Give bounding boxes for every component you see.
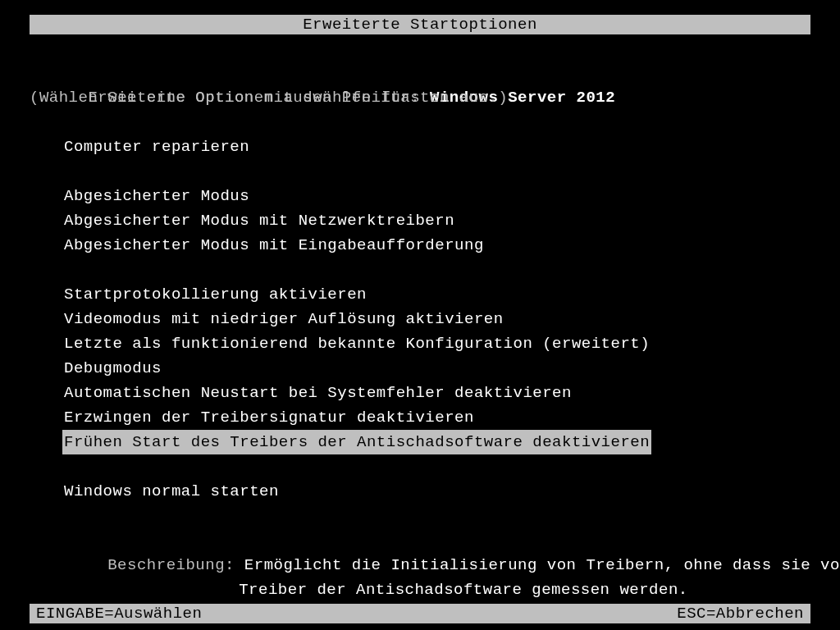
opt-repair-computer[interactable]: Computer reparieren [62, 135, 251, 159]
description-text-2: Treiber der Antischadsoftware gemessen w… [239, 581, 688, 599]
options-list: Computer reparieren Abgesicherter Modus … [30, 135, 810, 504]
gap [30, 454, 810, 479]
footer-bar: EINGABE=Auswählen ESC=Abbrechen [30, 604, 810, 623]
opt-disable-auto-restart[interactable]: Automatischen Neustart bei Systemfehler … [62, 381, 573, 405]
opt-boot-logging[interactable]: Startprotokollierung aktivieren [62, 282, 368, 307]
boot-menu-screen: Erweiterte Startoptionen Erweiterte Opti… [0, 0, 840, 630]
description-text-1: Ermöglicht die Initialisierung von Treib… [244, 556, 840, 574]
opt-disable-driver-sig[interactable]: Erzwingen der Treibersignatur deaktivier… [62, 405, 476, 430]
title-bar: Erweiterte Startoptionen [30, 15, 810, 34]
opt-safe-mode-networking[interactable]: Abgesicherter Modus mit Netzwerktreibern [62, 208, 456, 233]
opt-low-res-video[interactable]: Videomodus mit niedriger Auflösung aktiv… [62, 307, 505, 331]
opt-start-normally[interactable]: Windows normal starten [62, 479, 281, 504]
description-label: Beschreibung: [107, 556, 244, 574]
gap [30, 159, 810, 184]
header-prompt: Erweiterte Optionen auswählen für: Windo… [30, 61, 810, 85]
title-text: Erweiterte Startoptionen [303, 16, 537, 34]
content-area: Erweiterte Optionen auswählen für: Windo… [30, 61, 810, 578]
footer-enter-hint: EINGABE=Auswählen [36, 604, 202, 623]
opt-disable-early-antimalware[interactable]: Frühen Start des Treibers der Antischads… [62, 430, 651, 454]
opt-debug-mode[interactable]: Debugmodus [62, 356, 163, 381]
opt-safe-mode[interactable]: Abgesicherter Modus [62, 184, 251, 208]
opt-last-known-good[interactable]: Letzte als funktionierend bekannte Konfi… [62, 331, 651, 356]
footer-esc-hint: ESC=Abbrechen [677, 604, 804, 623]
instruction-line: (Wählen Sie eine Option mit den Pfeiltas… [30, 85, 810, 110]
gap [30, 258, 810, 282]
opt-safe-mode-cmd[interactable]: Abgesicherter Modus mit Eingabeaufforder… [62, 233, 486, 258]
description-block: Beschreibung: Ermöglicht die Initialisie… [30, 528, 810, 578]
